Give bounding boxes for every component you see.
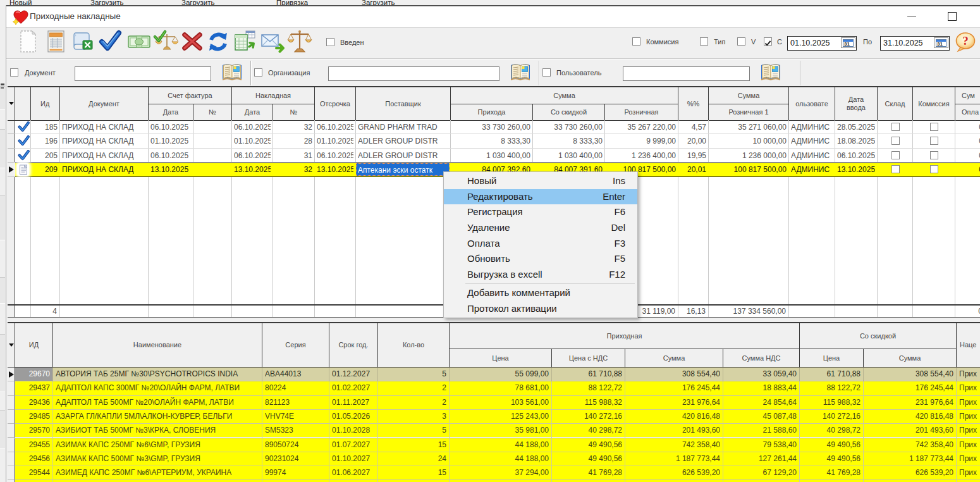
bottom-grid-cell-line	[329, 368, 329, 381]
top-grid-header-postavshik[interactable]: Поставщик	[356, 87, 451, 120]
context-menu-item-label: Регистрация	[467, 204, 523, 220]
top-grid-header-sf_date[interactable]: Дата	[149, 104, 193, 120]
top-grid-cell-checkbox-komissiya[interactable]	[930, 165, 938, 173]
context-menu-item-delete[interactable]: УдалениеDel	[444, 220, 637, 236]
bottom-grid-cell-d_price: 140 272,16	[802, 410, 861, 423]
context-menu-item-activation-log[interactable]: Протокол активации	[444, 301, 637, 317]
bottom-grid-cell-price: 103 561,00	[452, 396, 549, 409]
top-grid-row-indicator	[8, 134, 15, 148]
bottom-grid-cell-line	[52, 424, 53, 438]
top-grid-header-sklad[interactable]: Склад	[878, 87, 913, 120]
top-grid-cell-nk_no: 31	[275, 149, 312, 163]
context-menu-item-shortcut: Del	[611, 220, 625, 236]
top-grid-corner-cell[interactable]	[8, 87, 15, 120]
bottom-grid-cell-line	[625, 438, 625, 452]
top-grid-header-komissiya[interactable]: Комиссия	[913, 87, 955, 120]
bottom-grid-cell-price_vat: 88 122,72	[554, 381, 622, 395]
top-grid-header-paid[interactable]: Опла	[955, 104, 980, 120]
bottom-grid-row-indicator	[8, 381, 15, 395]
top-grid-header-otsrochka[interactable]: Отсрочка	[315, 87, 356, 120]
context-menu-item-registration[interactable]: РегистрацияF6	[444, 204, 637, 220]
top-grid-cell-checkbox-komissiya[interactable]	[930, 137, 938, 145]
bottom-grid-header-extra[interactable]: Наце	[957, 323, 980, 367]
bottom-grid-cell-id: 29437	[18, 381, 50, 395]
context-menu-item-label: Новый	[467, 173, 496, 189]
top-grid-cell-checkbox-sklad[interactable]	[891, 123, 900, 131]
top-grid-footer-line	[30, 306, 31, 317]
bottom-grid-cell-line	[377, 466, 378, 480]
bottom-grid-cell-qty: 15	[381, 438, 446, 452]
top-grid-cell-checkbox-sklad[interactable]	[891, 151, 900, 159]
bottom-grid-header-name[interactable]: Наименование	[53, 323, 262, 367]
top-grid-cell-prihoda: 8 333,30	[453, 134, 530, 148]
context-menu-item-new[interactable]: НовыйIns	[444, 173, 637, 189]
top-grid-row-status	[15, 163, 30, 176]
bottom-grid-header-qty[interactable]: Кол-во	[378, 323, 450, 367]
bottom-grid-cell-line	[863, 410, 864, 424]
bottom-grid-header-price[interactable]: Цена	[450, 349, 552, 367]
top-grid-header-user[interactable]: ользовате	[789, 87, 835, 120]
top-grid-cell-nk_date: 13.10.2025	[234, 163, 271, 176]
top-grid-header-roznichnaya1[interactable]: Розничная 1	[709, 104, 789, 120]
top-grid-cell-checkbox-komissiya[interactable]	[930, 123, 938, 131]
bottom-grid-header-expiry[interactable]: Срок год.	[329, 323, 378, 367]
current-row-marker-icon	[9, 371, 14, 378]
bottom-grid-cell-line	[52, 438, 53, 452]
top-grid-row-indicator	[8, 120, 15, 134]
top-grid-selected-cell[interactable]: Аптекани эски остатк	[356, 163, 450, 176]
top-grid-header-pct[interactable]: %%	[678, 87, 709, 120]
context-menu-item-payment[interactable]: ОплатаF3	[444, 236, 637, 252]
context-menu-item-refresh[interactable]: ОбновитьF5	[444, 251, 637, 267]
context-menu-item-edit[interactable]: РедактироватьEnter	[444, 189, 637, 205]
bottom-grid-header-price_vat[interactable]: Цена с НДС	[552, 349, 625, 367]
bottom-grid-corner-cell[interactable]	[8, 323, 15, 367]
top-grid-cell-checkbox-sklad[interactable]	[891, 165, 900, 173]
bottom-grid-cell-line	[799, 438, 800, 452]
bottom-grid-cell-line	[625, 381, 625, 395]
bottom-grid-header-d_price[interactable]: Цена	[800, 349, 864, 367]
top-grid-header-sf_no[interactable]: №	[193, 104, 232, 120]
bottom-grid-cell-name: АЗИМАК КАПС 250МГ №6\GMP, ГРУЗИЯ	[56, 438, 259, 452]
bottom-grid-header-serial[interactable]: Серия	[262, 323, 329, 367]
context-menu-item-add-comment[interactable]: Добавить комментарий	[444, 285, 637, 301]
bottom-grid-cell-line	[52, 381, 53, 395]
bottom-grid-cell-d_sum: 742 358,40	[866, 438, 953, 452]
top-grid-footer-line	[877, 306, 878, 317]
top-grid-header-nk_no[interactable]: №	[273, 104, 315, 120]
top-grid-cell-checkbox-komissiya[interactable]	[930, 151, 938, 159]
top-grid-header-prihoda[interactable]: Прихода	[451, 104, 533, 120]
context-menu-item-export-excel[interactable]: Выгрузка в excellF12	[444, 267, 637, 283]
top-grid-cell-user: АДМИНИС	[791, 134, 833, 148]
bottom-grid-cell-line	[329, 438, 329, 452]
bottom-grid-cell-line	[625, 424, 625, 438]
bottom-grid-cell-line	[863, 452, 864, 466]
bottom-grid-header-sum[interactable]: Сумма	[625, 349, 723, 367]
bottom-grid-header-id[interactable]: ИД	[15, 323, 53, 367]
bottom-grid-cell-line	[799, 381, 800, 395]
bottom-grid-cell-sum_vat: 33 059,40	[726, 368, 797, 381]
row-confirmed-check-icon	[18, 121, 30, 135]
bottom-grid-header-d_sum[interactable]: Сумма	[864, 349, 957, 367]
bottom-grid-cell-qty: 2	[381, 381, 446, 395]
top-grid-header-id[interactable]: Ид	[31, 87, 61, 120]
top-grid-header-so_skidkoy[interactable]: Со скидкой	[533, 104, 605, 120]
top-grid-header-entry-date-line2: ввода	[847, 104, 866, 112]
top-grid-header-icon[interactable]	[15, 87, 31, 120]
top-grid-cell-doc: ПРИХОД НА СКЛАД	[62, 134, 146, 148]
top-grid-header-nk_date[interactable]: Дата	[232, 104, 273, 120]
top-grid-header-roznichnaya[interactable]: Розничная	[605, 104, 678, 120]
bottom-grid-cell-serial: ABA44013	[265, 368, 326, 381]
bottom-grid-cell-line	[449, 424, 450, 438]
bottom-grid-cell-line	[377, 424, 378, 438]
top-grid-header-doc[interactable]: Документ	[60, 87, 149, 120]
bottom-grid-header-sum_vat[interactable]: Сумма НДС	[723, 349, 800, 367]
top-grid-cell-checkbox-sklad[interactable]	[891, 137, 900, 145]
top-grid-cell-paid: 0	[957, 149, 980, 163]
bottom-grid-cell-id: 29570	[18, 424, 50, 437]
bottom-grid-cell-line	[449, 410, 450, 424]
bottom-grid-group-header-so_skidkoy: Со скидкой	[800, 323, 957, 349]
bottom-grid-cell-sum_vat: 67 129,20	[726, 466, 797, 479]
top-grid-header-entry_date[interactable]: Датаввода	[835, 87, 878, 120]
top-grid-group-header-invoice: Счет фактура	[149, 87, 232, 104]
top-grid-cell-pct: 20,00	[680, 134, 706, 148]
